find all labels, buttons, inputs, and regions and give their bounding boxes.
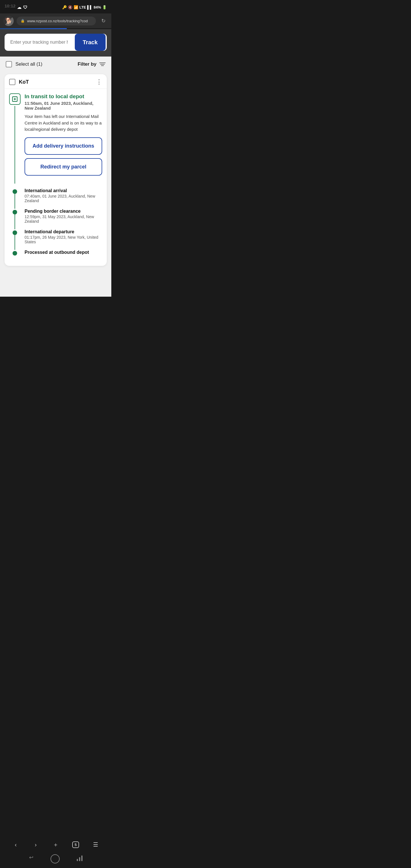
tracking-card: KoT ⋮ In transit to loc [5, 74, 107, 266]
search-bar: Track [5, 34, 107, 51]
history-dot-container [9, 229, 21, 250]
browser-avatar[interactable]: 🐕 [3, 16, 14, 26]
history-dot [12, 210, 17, 214]
list-item: International departure 01:17pm, 26 May … [9, 229, 102, 250]
history-content: Processed at outbound depot [25, 250, 102, 261]
timeline-line [14, 106, 15, 184]
status-bar: 10:12 ☁ 🛡 🔑 🔇 📶 LTE ▌▌ 84% 🔋 [0, 0, 111, 13]
wifi-icon: 📶 [74, 5, 78, 9]
history-dot-container [9, 209, 21, 229]
status-description: Your item has left our International Mai… [25, 113, 102, 133]
tracking-input[interactable] [5, 40, 74, 45]
history-dot [12, 189, 17, 194]
redirect-parcel-button[interactable]: Redirect my parcel [25, 158, 102, 176]
filter-by-button[interactable]: Filter by [77, 61, 105, 67]
parcel-checkbox[interactable] [9, 79, 15, 85]
history-dot-container [9, 188, 21, 209]
history-items: International arrival 07:40am, 01 June 2… [5, 188, 107, 266]
history-dot [12, 251, 17, 255]
filter-icon [99, 63, 105, 66]
status-timestamp: 11:50am, 01 June 2023, Auckland, New Zea… [25, 101, 102, 111]
history-time: 07:40am, 01 June 2023, Auckland, New Zea… [25, 194, 102, 203]
lock-icon: 🔒 [21, 19, 25, 23]
history-title: Pending border clearance [25, 209, 102, 214]
filter-section: Select all (1) Filter by [0, 57, 111, 72]
list-item: Pending border clearance 12:59pm, 31 May… [9, 209, 102, 229]
history-title: Processed at outbound depot [25, 250, 102, 255]
status-time: 10:12 [5, 3, 15, 8]
history-title: International arrival [25, 188, 102, 193]
filter-by-label: Filter by [77, 61, 96, 67]
history-time: 12:59pm, 31 May 2023, Auckland, New Zeal… [25, 214, 102, 223]
list-item: Processed at outbound depot [9, 250, 102, 261]
history-line [14, 214, 15, 229]
select-all[interactable]: Select all (1) [6, 61, 42, 67]
battery-icon: 🔋 [102, 5, 107, 9]
cloud-icon: ☁ [17, 5, 22, 10]
list-item: International arrival 07:40am, 01 June 2… [9, 188, 102, 209]
status-section: In transit to local depot 11:50am, 01 Ju… [5, 89, 107, 188]
more-options-button[interactable]: ⋮ [96, 79, 102, 85]
status-title: In transit to local depot [25, 93, 102, 100]
lte-icon: LTE [80, 5, 86, 9]
status-icon-container [9, 93, 21, 184]
history-line [14, 194, 15, 209]
browser-bar: 🐕 🔒 www.nzpost.co.nz/tools/tracking?cod … [0, 13, 111, 28]
url-bar[interactable]: 🔒 www.nzpost.co.nz/tools/tracking?cod [17, 17, 96, 25]
refresh-button[interactable]: ↻ [99, 16, 108, 25]
card-header-left: KoT [9, 79, 29, 85]
parcel-name: KoT [19, 79, 29, 85]
signal-icon: ▌▌ [87, 5, 92, 9]
history-dot-container [9, 250, 21, 261]
shield-icon: 🛡 [23, 5, 27, 10]
card-header: KoT ⋮ [5, 74, 107, 89]
battery-text: 84% [94, 5, 101, 9]
current-status-item: In transit to local depot 11:50am, 01 Ju… [9, 93, 102, 184]
main-content: Track Select all (1) Filter by KoT ⋮ [0, 29, 111, 297]
history-line [14, 235, 15, 250]
status-left: 10:12 ☁ 🛡 [5, 3, 27, 11]
search-section: Track [0, 29, 111, 57]
mute-icon: 🔇 [68, 5, 72, 9]
status-content: In transit to local depot 11:50am, 01 Ju… [25, 93, 102, 184]
history-content: International departure 01:17pm, 26 May … [25, 229, 102, 250]
history-title: International departure [25, 229, 102, 235]
url-text: www.nzpost.co.nz/tools/tracking?cod [27, 19, 88, 23]
history-dot [12, 230, 17, 235]
key-icon: 🔑 [62, 5, 67, 9]
history-content: International arrival 07:40am, 01 June 2… [25, 188, 102, 209]
track-button[interactable]: Track [75, 34, 105, 51]
add-delivery-instructions-button[interactable]: Add delivery instructions [25, 137, 102, 155]
history-time: 01:17pm, 26 May 2023, New York, United S… [25, 235, 102, 244]
select-all-label: Select all (1) [15, 61, 42, 67]
transit-icon [9, 93, 21, 105]
select-all-checkbox[interactable] [6, 61, 12, 67]
history-content: Pending border clearance 12:59pm, 31 May… [25, 209, 102, 229]
status-right: 🔑 🔇 📶 LTE ▌▌ 84% 🔋 [62, 5, 107, 9]
